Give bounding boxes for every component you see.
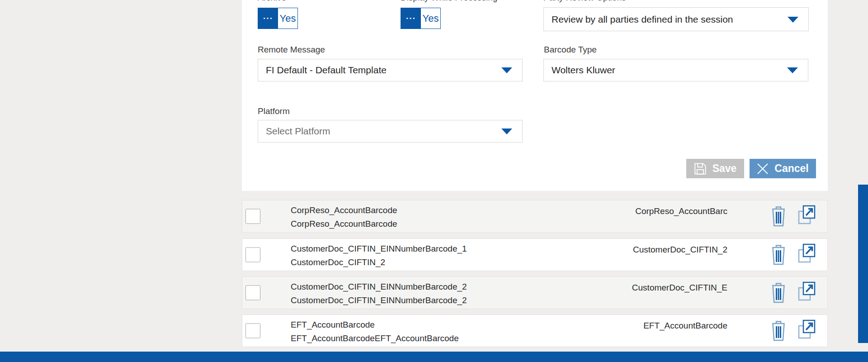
archive-toggle[interactable]: ··· Yes (258, 8, 298, 29)
display-while-processing-toggle[interactable]: ··· Yes (401, 8, 441, 29)
barcode-row: EFT_AccountBarcode EFT_AccountBarcodeEFT… (242, 314, 828, 347)
open-button[interactable] (797, 205, 816, 225)
x-icon (757, 163, 769, 175)
open-button[interactable] (797, 243, 816, 264)
barcode-row: CorpReso_AccountBarcode CorpReso_Account… (242, 200, 828, 233)
delete-button[interactable] (771, 282, 786, 304)
party-review-options-value: Review by all parties defined in the ses… (552, 14, 733, 25)
display-while-processing-toggle-value: Yes (421, 8, 440, 29)
barcode-row: CustomerDoc_CIFTIN_EINNumberBarcode_1 Cu… (242, 238, 828, 271)
row-checkbox[interactable] (245, 248, 260, 262)
barcode-type-label: Barcode Type (544, 45, 597, 54)
barcode-names: CustomerDoc_CIFTIN_EINNumberBarcode_1 Cu… (291, 244, 467, 267)
save-button[interactable]: Save (686, 159, 744, 178)
barcode-name-line1: CustomerDoc_CIFTIN_EINNumberBarcode_2 (291, 282, 467, 291)
platform-label: Platform (258, 107, 290, 116)
barcode-name-line2: CorpReso_AccountBarcode (291, 219, 397, 229)
party-review-options-select[interactable]: Review by all parties defined in the ses… (543, 7, 809, 31)
caret-down-icon (788, 17, 798, 23)
barcode-type-value: Wolters Kluwer (552, 65, 615, 76)
barcode-value: CustomerDoc_CIFTIN_2 (633, 245, 727, 254)
delete-button[interactable] (771, 244, 786, 266)
row-checkbox[interactable] (245, 209, 260, 224)
barcode-name-line2: CustomerDoc_CIFTIN_EINNumberBarcode_2 (291, 295, 467, 305)
archive-label: Archive (258, 0, 286, 2)
cancel-button-label: Cancel (774, 162, 808, 175)
save-button-label: Save (712, 162, 737, 175)
barcode-row: CustomerDoc_CIFTIN_EINNumberBarcode_2 Cu… (242, 276, 828, 309)
remote-message-value: FI Default - Default Template (266, 65, 387, 76)
barcode-name-line1: CorpReso_AccountBarcode (291, 205, 397, 215)
barcode-value: EFT_AccountBarcode (643, 321, 727, 330)
barcode-names: EFT_AccountBarcode EFT_AccountBarcodeEFT… (291, 320, 459, 343)
caret-down-icon (787, 67, 798, 73)
display-while-processing-label: Display While Processing (401, 0, 497, 2)
archive-toggle-value: Yes (278, 8, 297, 29)
barcode-name-line1: EFT_AccountBarcode (291, 320, 459, 329)
delete-button[interactable] (771, 205, 786, 227)
open-button[interactable] (797, 319, 816, 340)
barcode-names: CorpReso_AccountBarcode CorpReso_Account… (291, 205, 397, 229)
trash-icon (771, 205, 786, 227)
open-in-new-icon (797, 243, 816, 264)
party-review-options-label: Party Review Options (543, 0, 626, 2)
barcode-name-line2: EFT_AccountBarcodeEFT_AccountBarcode (291, 333, 459, 343)
trash-icon (771, 244, 786, 266)
barcode-name-line2: CustomerDoc_CIFTIN_2 (291, 257, 467, 267)
remote-message-select[interactable]: FI Default - Default Template (258, 59, 523, 81)
settings-form: Archive Display While Processing Party R… (242, 0, 828, 191)
open-button[interactable] (797, 281, 816, 302)
platform-select[interactable]: Select Platform (258, 120, 523, 143)
ellipsis-icon: ··· (258, 8, 278, 29)
floppy-disk-icon (694, 162, 707, 175)
barcode-type-select[interactable]: Wolters Kluwer (543, 59, 808, 81)
barcode-names: CustomerDoc_CIFTIN_EINNumberBarcode_2 Cu… (291, 282, 467, 305)
open-in-new-icon (797, 281, 816, 302)
screen: Archive Display While Processing Party R… (0, 0, 868, 362)
remote-message-label: Remote Message (258, 45, 325, 54)
row-checkbox[interactable] (245, 324, 260, 338)
caret-down-icon (501, 129, 512, 134)
caret-down-icon (501, 67, 512, 73)
open-in-new-icon (797, 205, 816, 225)
open-in-new-icon (797, 319, 816, 340)
trash-icon (771, 320, 786, 342)
barcode-value: CorpReso_AccountBarc (635, 206, 727, 216)
trash-icon (771, 282, 786, 304)
delete-button[interactable] (771, 320, 786, 342)
cancel-button[interactable]: Cancel (750, 159, 816, 178)
bottom-bar (0, 352, 868, 362)
barcode-name-line1: CustomerDoc_CIFTIN_EINNumberBarcode_1 (291, 244, 467, 253)
row-checkbox[interactable] (245, 286, 260, 300)
barcode-value: CustomerDoc_CIFTIN_E (632, 283, 727, 292)
vertical-scrollbar-thumb[interactable] (858, 185, 868, 343)
ellipsis-icon: ··· (401, 8, 421, 29)
platform-placeholder: Select Platform (266, 126, 330, 137)
